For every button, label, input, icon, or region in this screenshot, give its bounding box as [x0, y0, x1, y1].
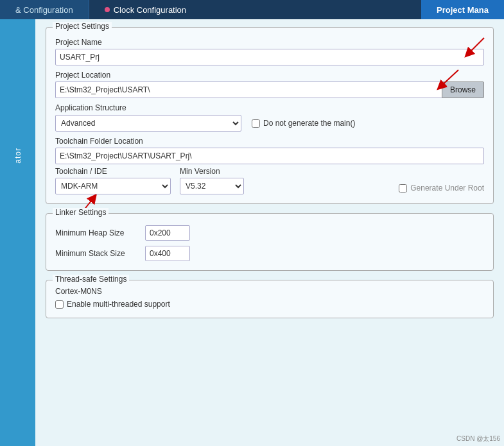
enable-multithreaded-checkbox[interactable] [55, 300, 64, 309]
tab-configuration-label: & Configuration [15, 5, 73, 15]
enable-multithreaded-label[interactable]: Enable multi-threaded support [55, 300, 484, 309]
stack-size-label: Minimum Stack Size [55, 249, 139, 258]
stack-size-row: Minimum Stack Size [55, 246, 484, 261]
main-area: ator Project Settings Project Name Proje… [0, 19, 504, 446]
app-structure-select[interactable]: Advanced Basic [55, 115, 241, 132]
project-settings-title: Project Settings [53, 22, 112, 31]
min-version-label: Min Version [180, 167, 244, 176]
content-area: Project Settings Project Name Project Lo… [35, 19, 504, 446]
generate-under-root-wrapper: Generate Under Root [399, 184, 484, 193]
sidebar-label: ator [13, 148, 22, 164]
heap-size-row: Minimum Heap Size [55, 225, 484, 241]
project-location-input[interactable] [55, 81, 442, 98]
tab-project-manager[interactable]: Project Mana [421, 0, 504, 19]
min-version-select[interactable]: V5.32 V5.27 V5.0 [180, 178, 244, 194]
project-location-label: Project Location [55, 71, 484, 80]
toolchain-folder-input[interactable] [55, 148, 484, 164]
tab-project-label: Project Mana [437, 5, 489, 15]
project-name-input[interactable] [55, 49, 484, 65]
thread-safe-group: Thread-safe Settings Cortex-M0NS Enable … [46, 280, 494, 318]
toolchain-folder-label: Toolchain Folder Location [55, 137, 484, 146]
browse-button[interactable]: Browse [442, 81, 484, 98]
app-structure-label: Application Structure [55, 103, 484, 112]
generate-under-root-checkbox[interactable] [399, 184, 407, 193]
toolchain-ide-select[interactable]: MDK-ARM STM32CubeIDE Makefile [55, 178, 171, 194]
toolchain-ide-group: Toolchain / IDE MDK-ARM STM32CubeIDE Mak… [55, 167, 171, 194]
min-version-group: Min Version V5.32 V5.27 V5.0 [180, 167, 244, 194]
generate-under-root-label: Generate Under Root [410, 184, 484, 193]
toolchain-row: Toolchain / IDE MDK-ARM STM32CubeIDE Mak… [55, 167, 484, 194]
enable-multithreaded-text: Enable multi-threaded support [67, 300, 170, 309]
do-not-generate-label: Do not generate the main() [263, 119, 355, 128]
cortex-label: Cortex-M0NS [55, 287, 484, 296]
linker-settings-title: Linker Settings [53, 208, 109, 217]
tab-configuration[interactable]: & Configuration [0, 0, 89, 19]
do-not-generate-checkbox[interactable] [252, 119, 260, 128]
app-structure-row: Advanced Basic Do not generate the main(… [55, 115, 484, 132]
tab-clock-configuration[interactable]: Clock Configuration [89, 0, 202, 19]
tab-clock-label: Clock Configuration [114, 5, 186, 15]
project-settings-group: Project Settings Project Name Project Lo… [46, 27, 494, 204]
project-name-label: Project Name [55, 38, 484, 47]
heap-size-input[interactable] [145, 225, 190, 241]
thread-safe-title: Thread-safe Settings [53, 275, 129, 284]
watermark: CSDN @太156 [456, 434, 500, 443]
toolchain-ide-label: Toolchain / IDE [55, 167, 171, 176]
linker-settings-group: Linker Settings Minimum Heap Size Minimu… [46, 213, 494, 271]
do-not-generate-checkbox-label[interactable]: Do not generate the main() [252, 119, 355, 128]
sidebar: ator [0, 19, 35, 446]
tab-bar: & Configuration Clock Configuration Proj… [0, 0, 504, 19]
heap-size-label: Minimum Heap Size [55, 228, 139, 237]
stack-size-input[interactable] [145, 246, 190, 261]
